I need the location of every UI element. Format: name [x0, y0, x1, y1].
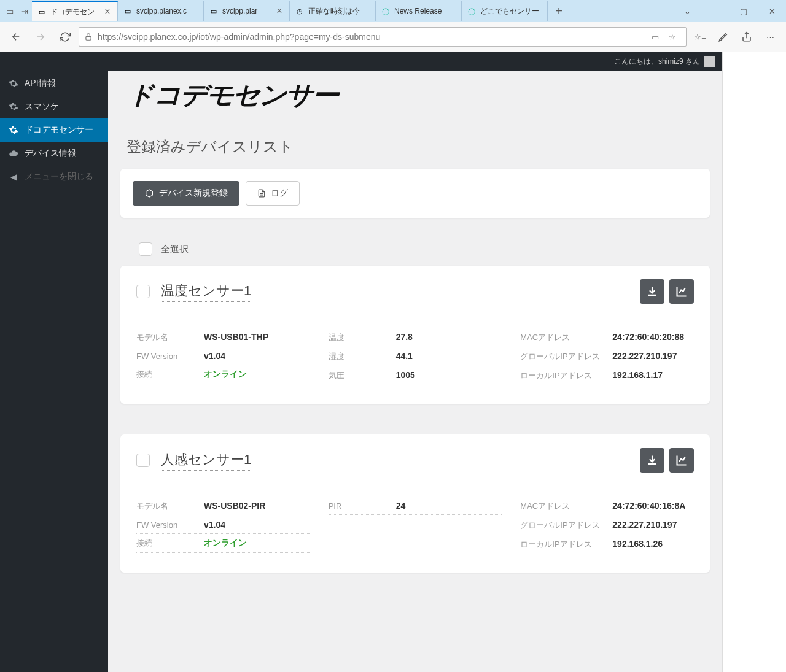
browser-tab-3[interactable]: ◷ 正確な時刻は今: [290, 1, 376, 21]
prop-value: 192.168.1.17: [612, 370, 663, 380]
back-button[interactable]: [5, 26, 27, 48]
sidebar-item-smasoke[interactable]: スマソケ: [0, 95, 108, 118]
page-icon: ▭: [37, 7, 47, 17]
prop-row: FW Versionv1.04: [136, 516, 310, 534]
share-icon[interactable]: [736, 26, 758, 48]
prop-label: 接続: [136, 538, 204, 549]
chart-button[interactable]: [669, 279, 694, 304]
avatar[interactable]: [704, 56, 715, 67]
site-icon: ◯: [381, 6, 391, 16]
log-button[interactable]: ログ: [246, 181, 300, 206]
prop-row: MACアドレス24:72:60:40:20:88: [520, 328, 694, 347]
prop-value: 27.8: [396, 332, 413, 342]
prop-label: MACアドレス: [520, 332, 612, 343]
device-checkbox[interactable]: [136, 454, 150, 467]
prop-value: 222.227.210.197: [612, 520, 677, 530]
prop-label: モデル名: [136, 501, 204, 512]
chart-button[interactable]: [669, 448, 694, 473]
section-title: 登録済みデバイスリスト: [126, 137, 710, 156]
device-card: 温度センサー1 モデル名WS-USB01-THP FW Versionv1.04…: [120, 266, 710, 404]
prop-value: WS-USB01-THP: [204, 332, 268, 342]
device-props: モデル名WS-USB02-PIR FW Versionv1.04 接続オンライン…: [136, 497, 694, 554]
prop-label: 接続: [136, 369, 204, 380]
select-all-checkbox[interactable]: [139, 242, 152, 256]
sidebar-label: デバイス情報: [25, 148, 76, 159]
device-props: モデル名WS-USB01-THP FW Versionv1.04 接続オンライン…: [136, 328, 694, 385]
chevron-left-icon: ◀: [7, 172, 20, 182]
prop-row: ローカルIPアドレス192.168.1.26: [520, 535, 694, 554]
url-text: https://svcipp.planex.co.jp/iot/wp-admin…: [98, 32, 647, 42]
prop-value: 222.227.210.197: [612, 351, 677, 361]
notes-icon[interactable]: [712, 26, 734, 48]
prop-row: グローバルIPアドレス222.227.210.197: [520, 516, 694, 535]
download-button[interactable]: [640, 279, 664, 304]
tab-title: 正確な時刻は今: [308, 6, 370, 17]
prop-value: 24:72:60:40:20:88: [612, 332, 684, 342]
prop-value: v1.04: [204, 520, 225, 530]
device-name-link[interactable]: 温度センサー1: [161, 282, 251, 302]
more-icon[interactable]: ⋯: [759, 26, 781, 48]
browser-tab-2[interactable]: ▭ svcipp.plar ×: [204, 1, 290, 21]
edge-setaside-icon[interactable]: ⇥: [17, 4, 32, 18]
close-icon[interactable]: ×: [103, 7, 112, 17]
button-label: デバイス新規登録: [159, 188, 228, 199]
forward-button[interactable]: [29, 26, 52, 48]
tab-title: News Release: [394, 7, 456, 15]
prop-value: 44.1: [396, 351, 413, 361]
new-device-button[interactable]: デバイス新規登録: [133, 181, 239, 206]
maximize-button[interactable]: ▢: [730, 1, 758, 21]
prop-row: 気圧 1005: [329, 366, 502, 385]
collapse-label: メニューを閉じる: [25, 171, 93, 182]
tab-title: ドコデモセン: [50, 7, 103, 17]
prop-row: 温度 27.8: [329, 328, 502, 347]
page-icon: ▭: [209, 6, 219, 16]
collapse-menu-button[interactable]: ◀ メニューを閉じる: [0, 165, 108, 188]
prop-label: ローカルIPアドレス: [520, 370, 612, 381]
device-header: 人感センサー1: [136, 448, 694, 473]
edge-tabs-icon[interactable]: ▭: [2, 4, 17, 18]
prop-value: 24: [396, 501, 406, 511]
gear-icon: [7, 79, 20, 88]
close-window-button[interactable]: ✕: [758, 1, 786, 21]
chevron-down-icon[interactable]: ⌄: [673, 1, 701, 21]
prop-row: FW Versionv1.04: [136, 347, 310, 365]
prop-row: ローカルIPアドレス192.168.1.17: [520, 366, 694, 385]
prop-label: FW Version: [136, 352, 204, 361]
tab-title: svcipp.plar: [222, 7, 274, 15]
sidebar-label: API情報: [25, 78, 56, 89]
device-name-link[interactable]: 人感センサー1: [161, 450, 251, 471]
prop-row: 湿度 44.1: [329, 347, 502, 366]
sidebar-label: スマソケ: [25, 101, 59, 112]
site-icon: ◯: [467, 6, 477, 16]
clock-icon: ◷: [295, 6, 305, 16]
right-gutter: [722, 52, 786, 672]
sidebar-item-device-info[interactable]: デバイス情報: [0, 142, 108, 165]
sidebar-item-dokodemo[interactable]: ドコデモセンサー: [0, 118, 108, 142]
browser-tab-4[interactable]: ◯ News Release: [376, 1, 462, 21]
download-button[interactable]: [640, 448, 664, 473]
browser-tab-1[interactable]: ▭ svcipp.planex.c: [118, 1, 204, 21]
browser-chrome: ▭ ⇥ ▭ ドコデモセン × ▭ svcipp.planex.c ▭ svcip…: [0, 0, 786, 52]
toolbar: デバイス新規登録 ログ: [120, 169, 710, 218]
prop-label: グローバルIPアドレス: [520, 351, 612, 362]
select-all-row: 全選択: [120, 242, 710, 266]
refresh-button[interactable]: [54, 26, 76, 48]
prop-row: PIR 24: [329, 497, 502, 515]
prop-label: PIR: [329, 501, 396, 511]
device-checkbox[interactable]: [136, 285, 150, 298]
browser-tab-0[interactable]: ▭ ドコデモセン ×: [32, 1, 118, 21]
tab-title: どこでもセンサー: [480, 6, 542, 17]
browser-tab-5[interactable]: ◯ どこでもセンサー: [462, 1, 548, 21]
new-tab-button[interactable]: +: [548, 4, 570, 18]
device-header: 温度センサー1: [136, 279, 694, 304]
prop-row: モデル名WS-USB02-PIR: [136, 497, 310, 516]
address-bar: https://svcipp.planex.co.jp/iot/wp-admin…: [0, 22, 786, 52]
url-input[interactable]: https://svcipp.planex.co.jp/iot/wp-admin…: [79, 27, 687, 47]
svg-rect-0: [86, 36, 91, 40]
sidebar-item-api[interactable]: API情報: [0, 72, 108, 95]
favorite-icon[interactable]: ☆: [664, 33, 681, 42]
close-icon[interactable]: ×: [274, 6, 284, 16]
minimize-button[interactable]: ―: [701, 1, 730, 21]
reading-view-icon[interactable]: ▭: [647, 33, 664, 42]
favorites-icon[interactable]: ☆≡: [689, 26, 711, 48]
